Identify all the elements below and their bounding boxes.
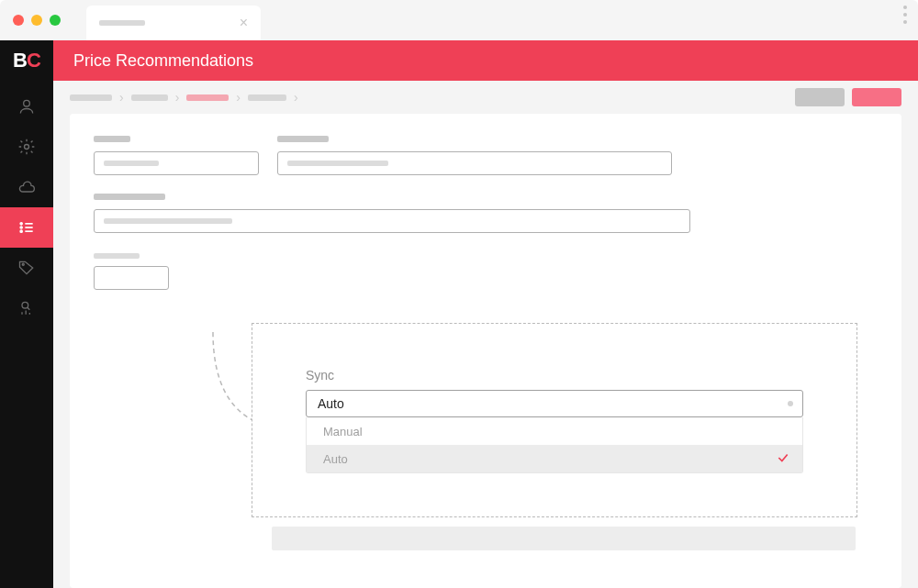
chevron-right-icon: › (119, 90, 124, 105)
primary-action-button[interactable] (852, 88, 901, 106)
form-field (277, 136, 672, 175)
secondary-action-button[interactable] (795, 88, 845, 106)
chevron-right-icon: › (175, 90, 180, 105)
sidebar: BC (0, 40, 53, 588)
content-wrap: › › › › (53, 81, 918, 588)
sidebar-item-tag[interactable] (0, 248, 53, 288)
dropdown-option-label: Auto (323, 452, 348, 466)
svg-line-10 (28, 307, 30, 310)
sidebar-item-user[interactable] (0, 86, 53, 127)
sidebar-item-analytics[interactable] (0, 288, 53, 328)
sidebar-item-cloud[interactable] (0, 167, 53, 207)
user-icon (17, 97, 36, 116)
form-section-3 (94, 253, 878, 290)
svg-point-0 (24, 100, 30, 106)
breadcrumb: › › › › (70, 90, 795, 105)
chart-search-icon (17, 299, 36, 317)
form-field (94, 194, 690, 233)
small-input[interactable] (94, 266, 169, 290)
tab-bar: × (86, 0, 261, 40)
svg-point-8 (22, 263, 24, 265)
page-title: Price Recommendations (73, 51, 253, 71)
sidebar-item-list[interactable] (0, 207, 53, 248)
breadcrumb-item-active[interactable] (186, 94, 229, 101)
form-row-1 (94, 136, 878, 175)
form-row-2 (94, 194, 878, 233)
cloud-icon (17, 178, 36, 196)
window-close-dot[interactable] (13, 15, 24, 26)
field-label-placeholder (94, 136, 130, 142)
background-placeholder (272, 527, 856, 550)
breadcrumb-item[interactable] (248, 94, 286, 101)
chevron-right-icon: › (236, 90, 241, 105)
sidebar-nav (0, 86, 53, 328)
form-field (94, 136, 259, 175)
breadcrumb-item[interactable] (131, 94, 168, 101)
sync-select[interactable]: Auto (306, 390, 803, 417)
svg-point-4 (20, 230, 22, 232)
sync-option-manual[interactable]: Manual (307, 417, 802, 445)
header-actions (795, 88, 901, 106)
svg-point-1 (25, 145, 29, 150)
tag-icon (17, 259, 36, 277)
tab-title-placeholder (99, 20, 145, 26)
browser-menu-icon[interactable] (903, 6, 907, 24)
main-panel: Price Recommendations › › › › (53, 40, 918, 588)
breadcrumb-row: › › › › (70, 81, 901, 114)
browser-chrome: × (0, 0, 918, 40)
text-input[interactable] (94, 209, 690, 233)
logo[interactable]: BC (0, 40, 53, 81)
chevron-right-icon: › (294, 90, 298, 105)
window-minimize-dot[interactable] (31, 15, 42, 26)
sync-field-label: Sync (306, 368, 803, 383)
dropdown-option-label: Manual (323, 425, 363, 438)
list-icon (17, 218, 36, 237)
sync-option-auto[interactable]: Auto (307, 445, 802, 472)
window-maximize-dot[interactable] (50, 15, 61, 26)
svg-point-9 (22, 302, 28, 308)
breadcrumb-item[interactable] (70, 94, 112, 101)
svg-point-2 (20, 223, 22, 225)
check-icon (777, 451, 789, 467)
sync-select-value: Auto (318, 396, 344, 411)
field-label-placeholder (94, 194, 165, 200)
logo-letter-b: B (13, 49, 27, 72)
field-label-placeholder (277, 136, 329, 142)
sidebar-item-settings[interactable] (0, 127, 53, 167)
form-card: Sync Auto Manual Auto (70, 114, 901, 588)
page-header: Price Recommendations (53, 40, 918, 81)
sync-callout: Sync Auto Manual Auto (252, 323, 857, 517)
gear-icon (17, 138, 36, 156)
browser-tab[interactable]: × (86, 6, 261, 40)
window-controls (13, 15, 61, 26)
text-input[interactable] (94, 151, 259, 175)
logo-letter-c: C (27, 49, 40, 72)
svg-point-3 (20, 227, 22, 228)
dropdown-indicator-icon (788, 401, 793, 406)
sync-dropdown: Manual Auto (306, 417, 803, 473)
app-shell: BC Price Recommendations (0, 40, 918, 588)
text-input[interactable] (277, 151, 672, 175)
field-label-placeholder (94, 253, 140, 259)
close-icon[interactable]: × (240, 16, 248, 30)
